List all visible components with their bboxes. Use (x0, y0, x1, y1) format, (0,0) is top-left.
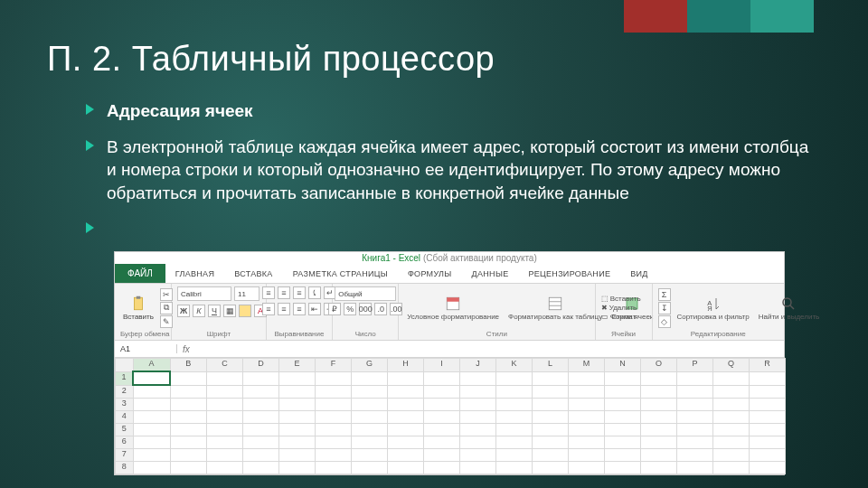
slide-title: П. 2. Табличный процессор (47, 40, 495, 79)
align-mid-icon[interactable]: ≡ (278, 286, 290, 299)
col-header[interactable]: E (279, 359, 316, 372)
col-header[interactable]: I (424, 359, 460, 372)
col-header[interactable]: Q (713, 359, 750, 372)
align-right-icon[interactable]: ≡ (293, 303, 306, 315)
col-header[interactable]: J (460, 359, 496, 372)
group-font: Calibri 11 A a Ж К Ч ▦ A Шрифт (172, 284, 267, 340)
format-painter-icon[interactable]: ✎ (160, 315, 173, 328)
fill-color-button[interactable] (239, 305, 251, 317)
row-header[interactable]: 5 (116, 424, 134, 436)
ribbon: Вставить ✂ ⧉ ✎ Буфер обмена Calibri 11 (115, 284, 784, 341)
clear-icon[interactable]: ◇ (658, 315, 671, 328)
format-cells-button[interactable]: ▭ Формат (601, 313, 641, 321)
row-header[interactable]: 4 (116, 411, 134, 424)
bullet-list: Адресация ячеек В электронной таблице ка… (86, 99, 814, 249)
tab-formulas[interactable]: ФОРМУЛЫ (398, 265, 462, 283)
align-left-icon[interactable]: ≡ (262, 303, 275, 315)
bullet-icon (86, 104, 94, 115)
tab-insert[interactable]: ВСТАВКА (224, 265, 282, 283)
currency-icon[interactable]: ₽ (328, 303, 341, 315)
col-header[interactable]: C (207, 359, 243, 372)
align-top-icon[interactable]: ≡ (262, 286, 275, 299)
group-clipboard: Вставить ✂ ⧉ ✎ Буфер обмена (115, 284, 172, 340)
sort-icon: AЯ (705, 296, 722, 312)
clipboard-icon (130, 296, 146, 312)
col-header[interactable]: L (533, 359, 569, 372)
col-header[interactable]: F (316, 359, 352, 372)
cond-format-icon (445, 296, 461, 312)
col-header[interactable]: R (750, 359, 786, 372)
comma-icon[interactable]: 000 (359, 303, 372, 315)
row-header[interactable]: 8 (116, 462, 134, 474)
group-styles: Условное форматирование Форматировать ка… (399, 284, 595, 340)
excel-window: Книга1 - Excel (Сбой активации продукта)… (114, 251, 785, 475)
cell-a1[interactable] (133, 371, 170, 385)
conditional-formatting-button[interactable]: Условное форматирование (404, 296, 502, 321)
autosum-icon[interactable]: Σ (658, 288, 671, 301)
row-header[interactable]: 7 (116, 449, 134, 462)
bullet-text: Адресация ячеек (107, 99, 253, 123)
find-icon (780, 296, 797, 312)
svg-rect-3 (447, 297, 459, 302)
fx-icon[interactable]: fx (177, 344, 195, 354)
insert-cells-button[interactable]: ⬚ Вставить (601, 295, 641, 303)
row-header[interactable]: 2 (116, 385, 134, 399)
format-as-table-button[interactable]: Форматировать как таблицу (505, 296, 605, 321)
bold-button[interactable]: Ж (177, 305, 190, 317)
row-header[interactable]: 3 (116, 399, 134, 411)
name-box[interactable]: A1 (115, 344, 177, 353)
align-bot-icon[interactable]: ≡ (293, 286, 306, 299)
percent-icon[interactable]: % (344, 303, 356, 315)
group-number: Общий ₽ % 000 .0 .00 Число (333, 284, 399, 340)
file-tab[interactable]: ФАЙЛ (115, 264, 165, 283)
underline-button[interactable]: Ч (208, 305, 221, 317)
row-header[interactable]: 6 (116, 436, 134, 449)
col-header[interactable]: M (569, 359, 605, 372)
select-all-corner[interactable] (116, 359, 134, 372)
col-header[interactable]: O (641, 359, 677, 372)
tab-data[interactable]: ДАННЫЕ (462, 265, 519, 283)
col-header[interactable]: K (496, 359, 533, 372)
col-header[interactable]: H (388, 359, 424, 372)
svg-rect-0 (134, 297, 142, 310)
tab-layout[interactable]: РАЗМЕТКА СТРАНИЦЫ (283, 265, 398, 283)
paste-button[interactable]: Вставить (120, 296, 156, 321)
col-header[interactable]: D (243, 359, 279, 372)
bullet-icon (86, 222, 94, 233)
svg-text:Я: Я (707, 304, 712, 312)
indent-dec-icon[interactable]: ⇤ (308, 303, 321, 315)
fill-icon[interactable]: ↧ (658, 302, 671, 314)
spreadsheet-grid[interactable]: A B C D E F G H I J K L M N O P Q R 1 (115, 358, 786, 474)
col-header[interactable]: G (352, 359, 388, 372)
cut-icon[interactable]: ✂ (160, 288, 173, 301)
border-button[interactable]: ▦ (223, 305, 236, 317)
inc-decimal-icon[interactable]: .0 (374, 303, 387, 315)
group-editing: Σ ↧ ◇ AЯ Сортировка и фильтр Найти и выд… (653, 284, 785, 340)
formula-bar: A1 fx (115, 341, 784, 358)
ribbon-tabs: ФАЙЛ ГЛАВНАЯ ВСТАВКА РАЗМЕТКА СТРАНИЦЫ Ф… (115, 264, 784, 284)
tab-review[interactable]: РЕЦЕНЗИРОВАНИЕ (518, 265, 620, 283)
col-header[interactable]: A (133, 359, 170, 372)
number-format-combo[interactable]: Общий (335, 286, 396, 301)
font-name-combo[interactable]: Calibri (177, 286, 231, 301)
tab-home[interactable]: ГЛАВНАЯ (165, 265, 224, 283)
orientation-icon[interactable]: ⤹ (308, 286, 321, 299)
table-icon (547, 296, 563, 312)
col-header[interactable]: P (677, 359, 713, 372)
tab-view[interactable]: ВИД (620, 265, 657, 283)
find-select-button[interactable]: Найти и выделить (756, 296, 823, 321)
sort-filter-button[interactable]: AЯ Сортировка и фильтр (675, 296, 752, 321)
bullet-icon (86, 140, 94, 151)
col-header[interactable]: N (605, 359, 641, 372)
align-center-icon[interactable]: ≡ (278, 303, 290, 315)
delete-cells-button[interactable]: ✖ Удалить (601, 304, 641, 312)
font-size-combo[interactable]: 11 (234, 286, 259, 301)
svg-rect-1 (137, 296, 141, 298)
col-header[interactable]: B (170, 359, 207, 372)
group-alignment: ≡ ≡ ≡ ⤹ ↵ ≡ ≡ ≡ ⇤ ⇥ Выравнивание (267, 284, 333, 340)
svg-line-11 (790, 305, 795, 309)
row-header[interactable]: 1 (116, 371, 134, 385)
copy-icon[interactable]: ⧉ (160, 302, 173, 314)
italic-button[interactable]: К (193, 305, 205, 317)
accent-bars (624, 0, 814, 33)
